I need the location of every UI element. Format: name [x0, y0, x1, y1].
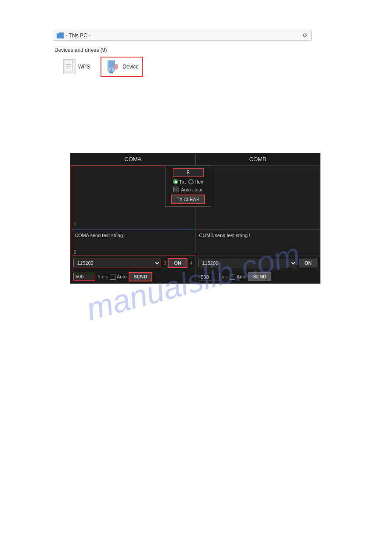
- devices-header: Devices and drives (9): [53, 47, 312, 53]
- coma-terminal-label: 1: [74, 222, 76, 227]
- comb-baud-select[interactable]: 115200 9600 19200 38400 57600: [198, 259, 297, 267]
- folder-icon: [57, 32, 64, 39]
- comb-terminal: [195, 166, 320, 229]
- comb-send-input[interactable]: [196, 230, 320, 254]
- comb-ms-input[interactable]: [198, 273, 220, 281]
- comb-on-label: ON: [305, 260, 312, 266]
- send-row: COMA send test string ! 2 COMB send test…: [71, 229, 320, 256]
- device-icon: [105, 59, 120, 74]
- svg-marker-1: [72, 61, 74, 62]
- counter-input[interactable]: [173, 168, 204, 177]
- coma-on-button[interactable]: ON: [168, 258, 187, 268]
- clear-btn-prefix: TX: [176, 197, 183, 202]
- clear-btn-label: CLEAR: [183, 197, 200, 202]
- coma-send-button[interactable]: SEND: [129, 272, 153, 281]
- refresh-icon[interactable]: ⟳: [303, 32, 308, 39]
- baud-row: 115200 9600 19200 38400 57600 3 ON 4 115…: [71, 256, 320, 270]
- drive-device[interactable]: Device: [101, 57, 143, 77]
- hex-radio-circle: [188, 179, 194, 184]
- serial-terminal-app: COMA COMB 1 Txt Hex: [70, 153, 320, 284]
- hex-radio[interactable]: Hex: [188, 179, 203, 184]
- coma-baud-label: 3: [164, 261, 166, 266]
- svg-rect-9: [110, 72, 114, 73]
- svg-point-7: [111, 68, 112, 70]
- svg-rect-4: [66, 68, 69, 68]
- coma-auto-checkbox[interactable]: [110, 274, 115, 280]
- comb-send-btn-label: SEND: [253, 274, 266, 279]
- breadcrumb-bar[interactable]: › This PC › ⟳: [53, 30, 312, 41]
- coma-send-label: 2: [74, 250, 76, 255]
- svg-point-10: [115, 64, 119, 69]
- devices-section: Devices and drives (9) WPS: [53, 45, 312, 79]
- coma-on-num: 4: [190, 261, 193, 266]
- comb-auto-row: Auto: [230, 274, 247, 280]
- auto-clear-label: Auto clear: [181, 187, 203, 192]
- comb-on-button[interactable]: ON: [299, 259, 318, 267]
- coma-send-area: COMA send test string ! 2: [71, 230, 195, 256]
- comb-send-button[interactable]: SEND: [248, 272, 271, 281]
- svg-rect-2: [66, 64, 71, 65]
- drives-grid: WPS Device: [53, 57, 312, 77]
- app-header: COMA COMB: [71, 153, 320, 166]
- coma-ms-label: ms: [102, 274, 108, 279]
- coma-send-input[interactable]: [71, 230, 195, 254]
- comb-auto-checkbox[interactable]: [230, 274, 235, 280]
- drive-wps[interactable]: WPS: [61, 58, 92, 76]
- breadcrumb-separator-1: ›: [65, 33, 67, 38]
- coma-baud-select[interactable]: 115200 9600 19200 38400 57600: [73, 259, 161, 267]
- comb-auto-label: Auto: [237, 274, 247, 279]
- hex-label: Hex: [194, 179, 203, 184]
- comb-header: COMB: [196, 153, 320, 166]
- radio-group: Txt Hex: [173, 179, 203, 184]
- breadcrumb-separator-2: ›: [89, 33, 90, 38]
- coma-ms-input[interactable]: [73, 273, 95, 281]
- comb-ms-label: ms: [222, 274, 228, 279]
- svg-rect-6: [109, 61, 114, 68]
- svg-rect-3: [66, 66, 71, 67]
- coma-header: COMA: [71, 153, 196, 166]
- auto-row: 5 ms Auto SEND ms Auto SEND: [71, 270, 320, 283]
- clear-button[interactable]: TX CLEAR: [171, 195, 205, 204]
- coma-ms-num: 5: [98, 274, 101, 279]
- auto-clear-checkbox[interactable]: ✓: [173, 187, 179, 192]
- comb-auto-section: ms Auto SEND: [196, 270, 320, 283]
- coma-auto-row: Auto: [110, 274, 127, 280]
- middle-controls: Txt Hex ✓ Auto clear TX CLEAR: [165, 166, 211, 207]
- wps-label: WPS: [78, 64, 90, 70]
- auto-clear-row: ✓ Auto clear: [173, 187, 203, 192]
- txt-radio-circle: [173, 179, 178, 184]
- breadcrumb-this-pc[interactable]: This PC: [68, 32, 87, 39]
- wps-icon: [63, 59, 76, 74]
- coma-auto-label: Auto: [117, 274, 127, 279]
- comb-send-area: COMB send test string !: [195, 230, 320, 256]
- device-label: Device: [122, 64, 139, 70]
- coma-baud-section: 115200 9600 19200 38400 57600 3 ON 4: [71, 256, 196, 270]
- txt-radio-inner: [175, 181, 177, 183]
- coma-send-btn-label: SEND: [134, 274, 147, 279]
- terminal-row: 1 Txt Hex ✓ Auto clear: [71, 166, 320, 229]
- coma-auto-section: 5 ms Auto SEND: [71, 270, 196, 283]
- coma-on-label: ON: [174, 260, 181, 266]
- txt-label: Txt: [179, 179, 186, 184]
- comb-baud-section: 115200 9600 19200 38400 57600 ON: [196, 257, 320, 269]
- txt-radio[interactable]: Txt: [173, 179, 186, 184]
- file-explorer: › This PC › ⟳ Devices and drives (9) WPS: [53, 30, 312, 79]
